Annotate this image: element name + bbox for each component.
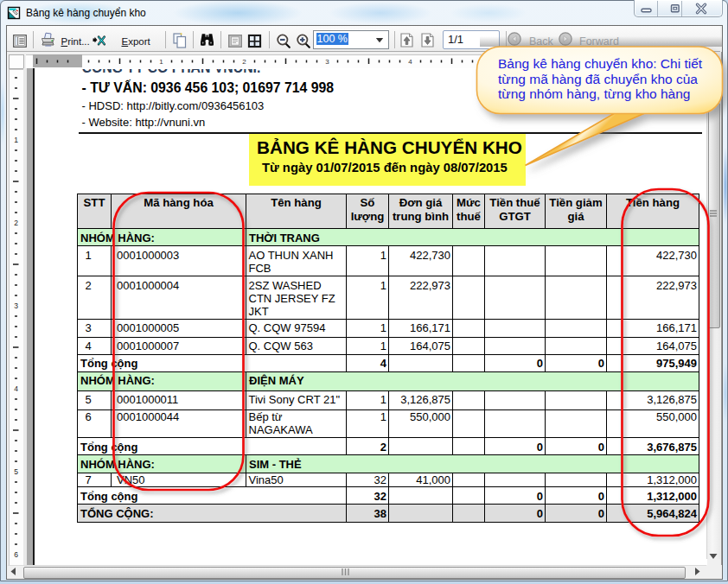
svg-text:5: 5 [491,58,495,66]
svg-text:4: 4 [408,58,412,66]
svg-text:2: 2 [14,219,18,227]
svg-text:3: 3 [325,58,329,66]
svg-text:3: 3 [14,302,18,310]
svg-text:2: 2 [242,58,246,66]
svg-text:6: 6 [14,550,18,559]
svg-text:1: 1 [14,136,18,144]
svg-text:1: 1 [159,58,163,66]
svg-text:4: 4 [14,384,18,393]
svg-text:5: 5 [14,467,18,476]
